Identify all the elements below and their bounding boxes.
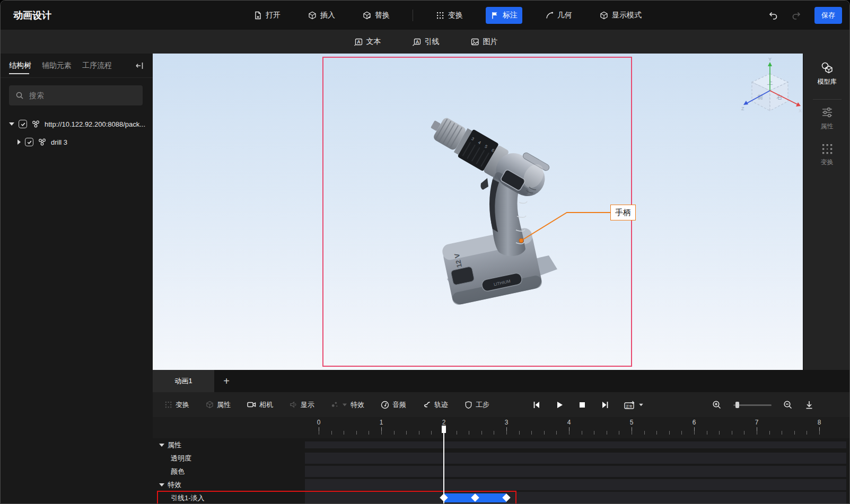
step-backward-button[interactable]	[532, 401, 541, 409]
insert-button[interactable]: 插入	[303, 7, 340, 24]
tree-item-label[interactable]: http://10.122.92.200:8088/pack...	[45, 120, 145, 128]
ruler-label: 6	[693, 419, 696, 426]
audio-icon	[381, 401, 389, 409]
transform-grid-icon	[164, 401, 172, 409]
view-cube[interactable]: 上 前 右 Y Z X	[736, 58, 803, 120]
tl-display-button[interactable]: 显示	[290, 400, 314, 410]
annotation-label[interactable]: 手柄	[610, 205, 636, 220]
caret-down-icon[interactable]	[159, 483, 164, 487]
row-properties-group[interactable]: 属性	[153, 438, 850, 452]
row-color[interactable]: 颜色	[153, 465, 850, 478]
tl-track-label: 轨迹	[434, 400, 448, 410]
tl-audio-button[interactable]: 音频	[381, 400, 406, 410]
checkbox-checked-icon[interactable]	[19, 120, 27, 128]
play-button[interactable]	[555, 401, 564, 409]
ruler-label: 3	[505, 419, 509, 426]
panel-properties[interactable]: 属性	[803, 105, 850, 131]
camera-icon	[247, 401, 256, 409]
tl-transform-button[interactable]: 变换	[164, 400, 189, 410]
leader-tool-button[interactable]: A 引线	[407, 33, 444, 50]
zoom-out-icon[interactable]	[783, 400, 793, 410]
sidebar-tabs: 结构树 辅助元素 工序流程	[1, 54, 153, 78]
tab-auxiliary-elements[interactable]: 辅助元素	[42, 54, 72, 77]
geometry-button[interactable]: 几何	[540, 7, 577, 24]
selected-row-outline	[157, 491, 516, 504]
step-forward-button[interactable]	[601, 401, 609, 409]
panel-model-library[interactable]: 模型库	[803, 61, 850, 86]
replace-label: 替换	[375, 11, 390, 20]
drill-model[interactable]: LITHIUM 12 V 3 4 5 6	[415, 93, 580, 316]
row-track[interactable]	[305, 466, 846, 477]
open-button[interactable]: 打开	[249, 7, 285, 24]
viewport-3d[interactable]: LITHIUM 12 V 3 4 5 6	[153, 54, 803, 370]
add-animation-tab-button[interactable]: +	[214, 370, 239, 392]
tl-camera-button[interactable]: 相机	[247, 400, 273, 410]
row-label: 属性	[168, 440, 181, 450]
app-window: 动画设计 打开 插入 替换 变换	[0, 0, 850, 504]
display-mode-button[interactable]: 显示模式	[595, 7, 646, 24]
tree-item-package[interactable]: http://10.122.92.200:8088/pack...	[1, 115, 153, 133]
structure-sidebar: 结构树 辅助元素 工序流程 http://10.122.92.20	[1, 54, 153, 504]
timeline-ruler[interactable]: 0 1 2 3 4 5 6 7 8	[153, 417, 850, 438]
zoom-in-icon[interactable]	[712, 400, 722, 410]
save-button[interactable]: 保存	[814, 7, 842, 24]
leader-tool-label: 引线	[425, 37, 440, 47]
image-tool-button[interactable]: 图片	[466, 33, 503, 50]
search-input[interactable]	[28, 91, 136, 100]
timeline-tabs: 动画1 +	[153, 370, 850, 392]
tl-audio-label: 音频	[392, 400, 406, 410]
ruler-minor-ticks	[319, 431, 829, 435]
tl-property-button[interactable]: 属性	[206, 400, 231, 410]
tl-step-button[interactable]: 工步	[465, 400, 489, 410]
file-open-icon	[253, 11, 262, 20]
row-opacity[interactable]: 透明度	[153, 452, 850, 465]
checkbox-checked-icon[interactable]	[25, 138, 33, 146]
row-effects-group[interactable]: 特效	[153, 478, 850, 491]
panel-transform[interactable]: 变换	[803, 143, 850, 167]
timeline-panel: 动画1 + 变换 属性 相机	[153, 370, 850, 504]
trajectory-icon	[423, 401, 431, 409]
replace-button[interactable]: 替换	[358, 7, 395, 24]
timeline-zoom-slider[interactable]	[733, 402, 772, 408]
leader-line-icon: A	[412, 38, 421, 46]
playhead-line[interactable]	[443, 426, 444, 504]
panel-label: 变换	[821, 158, 834, 167]
chevron-down-icon[interactable]	[639, 403, 643, 406]
caret-right-icon[interactable]	[17, 139, 21, 145]
tab-structure-tree[interactable]: 结构树	[9, 54, 31, 77]
search-box[interactable]	[9, 85, 143, 105]
cube-insert-icon	[308, 11, 317, 20]
animation-tab[interactable]: 动画1	[153, 370, 214, 392]
annotate-button[interactable]: 标注	[486, 7, 522, 24]
collapse-sidebar-icon[interactable]	[135, 61, 144, 70]
tree-item-drill[interactable]: drill 3	[1, 133, 153, 151]
chevron-down-icon[interactable]	[343, 403, 347, 406]
timeline-toolbar: 变换 属性 相机 显示	[153, 392, 850, 417]
redo-icon[interactable]	[791, 10, 802, 21]
row-track[interactable]	[305, 441, 846, 448]
tl-effects-button[interactable]: 特效	[331, 400, 364, 410]
tl-property-label: 属性	[217, 400, 231, 410]
open-label: 打开	[266, 11, 281, 20]
tl-track-button[interactable]: 轨迹	[423, 400, 448, 410]
undo-icon[interactable]	[768, 10, 778, 21]
row-track[interactable]	[305, 453, 846, 464]
svg-text:A: A	[415, 39, 418, 44]
transform-button[interactable]: 变换	[431, 7, 468, 24]
export-download-icon[interactable]	[804, 400, 814, 410]
caret-down-icon[interactable]	[159, 444, 164, 447]
playback-controls: 正常	[532, 392, 644, 417]
svg-text:X: X	[799, 108, 802, 113]
arc-icon	[545, 11, 554, 20]
ruler-label: 7	[755, 419, 759, 426]
tree-item-label[interactable]: drill 3	[51, 138, 67, 146]
text-tool-button[interactable]: A 文本	[349, 33, 386, 50]
display-mode-label: 显示模式	[612, 11, 642, 20]
play-mode-button[interactable]: 正常	[624, 400, 644, 410]
tab-process-flow[interactable]: 工序流程	[82, 54, 112, 77]
row-track[interactable]	[305, 479, 846, 490]
caret-down-icon[interactable]	[9, 122, 14, 126]
stop-button[interactable]	[578, 401, 586, 409]
slider-handle[interactable]	[735, 402, 739, 408]
panel-label: 模型库	[818, 77, 837, 86]
